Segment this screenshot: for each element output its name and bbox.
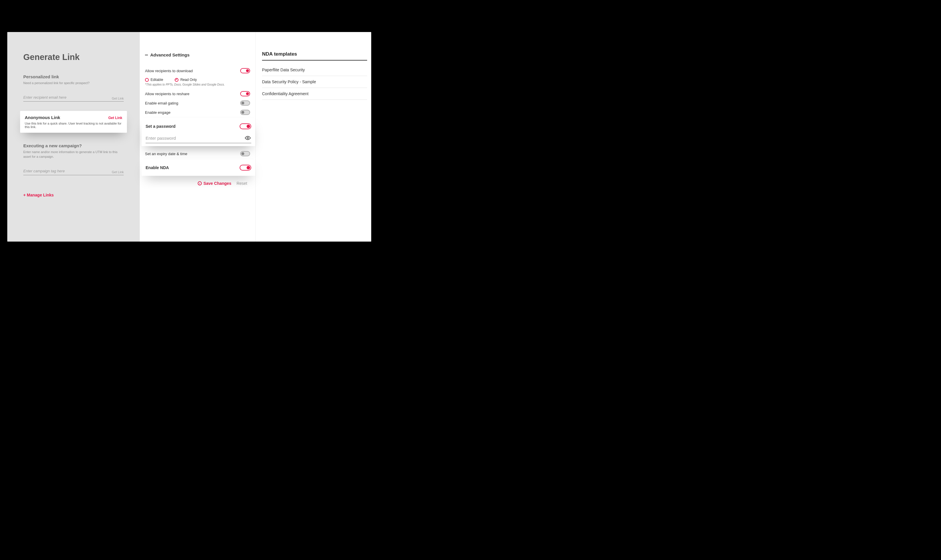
- campaign-heading: Executing a new campaign?: [23, 143, 124, 148]
- editable-radio[interactable]: Editable: [145, 78, 163, 82]
- radio-unchecked-icon: [145, 78, 149, 82]
- collapse-icon: [145, 55, 148, 55]
- enable-engage-label: Enable engage: [145, 110, 170, 115]
- page-title: Generate Link: [23, 52, 124, 62]
- anonymous-get-link-button[interactable]: Get Link: [108, 116, 122, 120]
- anonymous-description: Use this link for a quick share. User le…: [25, 122, 122, 129]
- allow-download-row: Allow recipients to download: [145, 66, 250, 75]
- enable-nda-toggle[interactable]: [240, 165, 251, 171]
- nda-template-item[interactable]: Data Security Policy - Sample: [262, 76, 367, 88]
- nda-templates-panel: NDA templates Paperflite Data Security D…: [256, 32, 371, 242]
- app-window: Generate Link Personalized link Need a p…: [7, 32, 371, 242]
- anonymous-link-card: Anonymous Link Get Link Use this link fo…: [20, 111, 127, 133]
- enable-engage-row: Enable engage: [145, 108, 250, 117]
- enable-engage-toggle[interactable]: [240, 110, 250, 115]
- set-expiry-label: Set an expiry date & time: [145, 152, 187, 156]
- radio-checked-icon: [175, 78, 179, 82]
- svg-point-0: [247, 137, 249, 139]
- editable-label: Editable: [151, 78, 163, 82]
- personalized-subtext: Need a personalized link for specific pr…: [23, 81, 124, 85]
- allow-download-label: Allow recipients to download: [145, 69, 193, 73]
- set-expiry-toggle[interactable]: [240, 151, 250, 156]
- reset-button[interactable]: Reset: [236, 181, 247, 186]
- allow-reshare-label: Allow recipients to reshare: [145, 92, 189, 96]
- enable-nda-label: Enable NDA: [146, 165, 169, 170]
- email-gating-label: Enable email gating: [145, 101, 178, 105]
- readonly-radio[interactable]: Read Only: [175, 78, 197, 82]
- advanced-settings-toggle[interactable]: Advanced Settings: [145, 52, 250, 57]
- enable-nda-card: Enable NDA: [142, 160, 255, 176]
- advanced-settings-panel: Advanced Settings Allow recipients to do…: [140, 32, 256, 242]
- anonymous-heading: Anonymous Link: [25, 115, 60, 120]
- advanced-settings-heading: Advanced Settings: [150, 52, 189, 57]
- campaign-get-link-button[interactable]: Get Link: [112, 170, 124, 174]
- chevron-circle-icon: [198, 182, 202, 185]
- settings-footer-actions: Save Changes Reset: [145, 181, 250, 186]
- personalized-get-link-button[interactable]: Get Link: [112, 97, 124, 100]
- allow-download-toggle[interactable]: [240, 68, 250, 73]
- email-gating-row: Enable email gating: [145, 98, 250, 108]
- nda-templates-heading: NDA templates: [262, 51, 367, 60]
- eye-icon[interactable]: [245, 135, 251, 141]
- campaign-tag-row: Get Link: [23, 167, 124, 175]
- campaign-subtext: Enter name and/or more information to ge…: [23, 150, 124, 159]
- campaign-tag-input[interactable]: [23, 167, 124, 175]
- set-password-toggle[interactable]: [240, 123, 251, 129]
- nda-template-item[interactable]: Confidentiality Agreement: [262, 88, 367, 100]
- email-gating-toggle[interactable]: [240, 100, 250, 106]
- recipient-email-row: Get Link: [23, 94, 124, 102]
- save-changes-button[interactable]: Save Changes: [198, 181, 231, 186]
- recipient-email-input[interactable]: [23, 94, 124, 101]
- nda-template-item[interactable]: Paperflite Data Security: [262, 64, 367, 76]
- personalized-heading: Personalized link: [23, 74, 124, 79]
- manage-links-link[interactable]: + Manage Links: [23, 193, 54, 197]
- set-password-label: Set a password: [146, 124, 176, 129]
- readonly-label: Read Only: [180, 78, 197, 82]
- set-expiry-row: Set an expiry date & time: [145, 149, 250, 158]
- allow-reshare-row: Allow recipients to reshare: [145, 89, 250, 98]
- allow-reshare-toggle[interactable]: [240, 91, 250, 96]
- generate-link-panel: Generate Link Personalized link Need a p…: [7, 32, 140, 242]
- set-password-card: Set a password: [142, 118, 255, 146]
- edit-mode-radio-group: Editable Read Only: [145, 75, 250, 83]
- password-input[interactable]: [146, 133, 251, 143]
- save-changes-label: Save Changes: [203, 181, 231, 186]
- password-field-row: [146, 133, 251, 143]
- edit-mode-note: *This applies to PPTs, Docs, Google Slid…: [145, 83, 250, 86]
